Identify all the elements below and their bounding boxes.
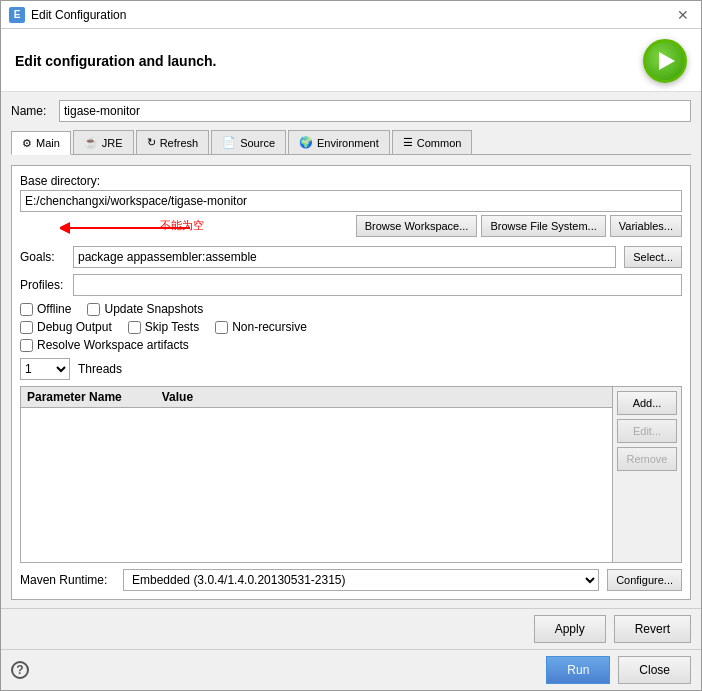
resolve-workspace-label: Resolve Workspace artifacts xyxy=(37,338,189,352)
checkboxes-section: Offline Update Snapshots Debug Output Sk… xyxy=(20,302,682,352)
annotation-row: 不能为空 Browse Workspace... Browse Fil xyxy=(20,212,682,240)
profiles-row: Profiles: xyxy=(20,274,682,296)
jre-tab-icon: ☕ xyxy=(84,136,98,149)
dialog-title: Edit Configuration xyxy=(31,8,126,22)
source-tab-label: Source xyxy=(240,137,275,149)
params-table: Parameter Name Value xyxy=(21,387,612,562)
checkbox-row-2: Debug Output Skip Tests Non-recursive xyxy=(20,320,682,334)
refresh-tab-label: Refresh xyxy=(160,137,199,149)
run-icon xyxy=(643,39,687,83)
tab-environment[interactable]: 🌍 Environment xyxy=(288,130,390,154)
threads-label: Threads xyxy=(78,362,122,376)
common-tab-icon: ☰ xyxy=(403,136,413,149)
skip-tests-label: Skip Tests xyxy=(145,320,199,334)
base-dir-label: Base directory: xyxy=(20,174,682,188)
base-dir-buttons: Browse Workspace... Browse File System..… xyxy=(356,215,682,237)
main-content: Name: ⚙ Main ☕ JRE ↻ Refresh 📄 Source 🌍 xyxy=(1,92,701,608)
main-panel: Base directory: 不能为空 xyxy=(11,165,691,600)
dialog: E Edit Configuration ✕ Edit configuratio… xyxy=(0,0,702,691)
edit-param-button[interactable]: Edit... xyxy=(617,419,677,443)
goals-row: Goals: Select... xyxy=(20,246,682,268)
maven-runtime-row: Maven Runtime: Embedded (3.0.4/1.4.0.201… xyxy=(20,569,682,591)
environment-tab-icon: 🌍 xyxy=(299,136,313,149)
params-col-value: Value xyxy=(162,390,193,404)
goals-label: Goals: xyxy=(20,250,65,264)
update-snapshots-label: Update Snapshots xyxy=(104,302,203,316)
base-dir-row xyxy=(20,190,682,212)
non-recursive-label: Non-recursive xyxy=(232,320,307,334)
source-tab-icon: 📄 xyxy=(222,136,236,149)
browse-file-system-button[interactable]: Browse File System... xyxy=(481,215,605,237)
offline-checkbox[interactable] xyxy=(20,303,33,316)
footer-bar: ? Run Close xyxy=(1,649,701,690)
threads-select[interactable]: 1 2 4 8 xyxy=(20,358,70,380)
offline-checkbox-item: Offline xyxy=(20,302,71,316)
skip-tests-checkbox-item: Skip Tests xyxy=(128,320,199,334)
tabs-bar: ⚙ Main ☕ JRE ↻ Refresh 📄 Source 🌍 Enviro… xyxy=(11,130,691,155)
run-button[interactable]: Run xyxy=(546,656,610,684)
tab-main[interactable]: ⚙ Main xyxy=(11,131,71,155)
resolve-workspace-checkbox-item: Resolve Workspace artifacts xyxy=(20,338,189,352)
refresh-tab-icon: ↻ xyxy=(147,136,156,149)
header-title: Edit configuration and launch. xyxy=(15,53,216,69)
non-recursive-checkbox[interactable] xyxy=(215,321,228,334)
title-bar-left: E Edit Configuration xyxy=(9,7,126,23)
skip-tests-checkbox[interactable] xyxy=(128,321,141,334)
tab-common[interactable]: ☰ Common xyxy=(392,130,473,154)
debug-output-label: Debug Output xyxy=(37,320,112,334)
browse-workspace-button[interactable]: Browse Workspace... xyxy=(356,215,478,237)
name-input[interactable] xyxy=(59,100,691,122)
non-recursive-checkbox-item: Non-recursive xyxy=(215,320,307,334)
name-row: Name: xyxy=(11,100,691,122)
apply-button[interactable]: Apply xyxy=(534,615,606,643)
base-directory-section: Base directory: 不能为空 xyxy=(20,174,682,240)
resolve-workspace-checkbox[interactable] xyxy=(20,339,33,352)
tab-source[interactable]: 📄 Source xyxy=(211,130,286,154)
annotation-arrow-svg xyxy=(60,220,200,236)
revert-button[interactable]: Revert xyxy=(614,615,691,643)
close-window-button[interactable]: ✕ xyxy=(673,7,693,23)
add-param-button[interactable]: Add... xyxy=(617,391,677,415)
main-tab-label: Main xyxy=(36,137,60,149)
checkbox-row-3: Resolve Workspace artifacts xyxy=(20,338,682,352)
main-tab-icon: ⚙ xyxy=(22,137,32,150)
maven-runtime-select[interactable]: Embedded (3.0.4/1.4.0.20130531-2315) xyxy=(123,569,599,591)
variables-button[interactable]: Variables... xyxy=(610,215,682,237)
update-snapshots-checkbox[interactable] xyxy=(87,303,100,316)
debug-output-checkbox[interactable] xyxy=(20,321,33,334)
threads-row: 1 2 4 8 Threads xyxy=(20,358,682,380)
update-snapshots-checkbox-item: Update Snapshots xyxy=(87,302,203,316)
close-button[interactable]: Close xyxy=(618,656,691,684)
params-actions: Add... Edit... Remove xyxy=(612,387,681,562)
common-tab-label: Common xyxy=(417,137,462,149)
name-label: Name: xyxy=(11,104,51,118)
footer-right-buttons: Run Close xyxy=(546,656,691,684)
goals-select-button[interactable]: Select... xyxy=(624,246,682,268)
offline-label: Offline xyxy=(37,302,71,316)
help-button[interactable]: ? xyxy=(11,661,29,679)
title-bar: E Edit Configuration ✕ xyxy=(1,1,701,29)
base-dir-container: 不能为空 Browse Workspace... Browse Fil xyxy=(20,190,682,240)
profiles-label: Profiles: xyxy=(20,278,65,292)
profiles-input[interactable] xyxy=(73,274,682,296)
tab-jre[interactable]: ☕ JRE xyxy=(73,130,134,154)
params-col-name: Parameter Name xyxy=(27,390,122,404)
debug-output-checkbox-item: Debug Output xyxy=(20,320,112,334)
goals-input[interactable] xyxy=(73,246,616,268)
maven-configure-button[interactable]: Configure... xyxy=(607,569,682,591)
params-body xyxy=(21,408,612,562)
header-section: Edit configuration and launch. xyxy=(1,29,701,92)
remove-param-button[interactable]: Remove xyxy=(617,447,677,471)
environment-tab-label: Environment xyxy=(317,137,379,149)
params-table-container: Parameter Name Value Add... Edit... Remo… xyxy=(20,386,682,563)
maven-runtime-label: Maven Runtime: xyxy=(20,573,115,587)
bottom-buttons: Apply Revert xyxy=(1,608,701,649)
jre-tab-label: JRE xyxy=(102,137,123,149)
base-dir-input[interactable] xyxy=(20,190,682,212)
tab-refresh[interactable]: ↻ Refresh xyxy=(136,130,210,154)
dialog-icon: E xyxy=(9,7,25,23)
params-header: Parameter Name Value xyxy=(21,387,612,408)
checkbox-row-1: Offline Update Snapshots xyxy=(20,302,682,316)
